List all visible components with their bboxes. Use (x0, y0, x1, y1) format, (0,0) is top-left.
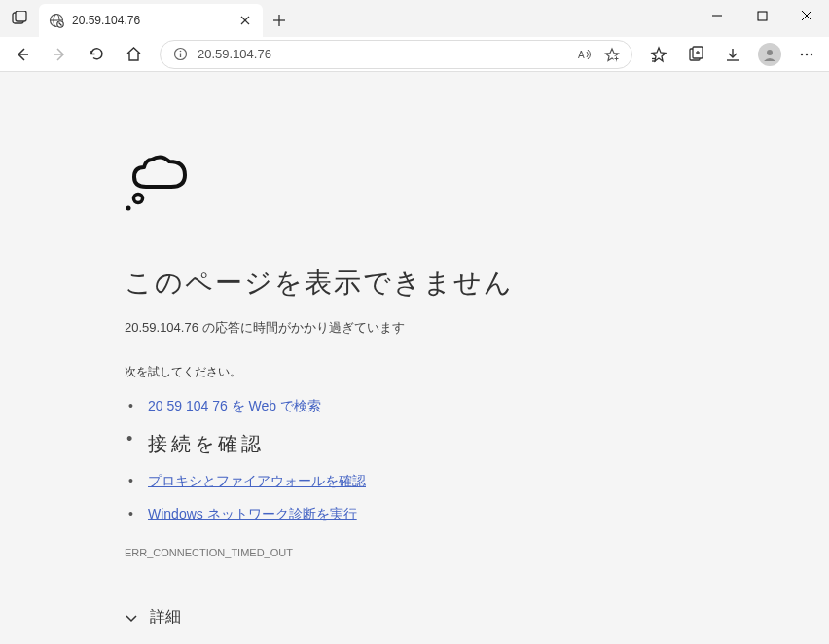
svg-point-38 (126, 206, 131, 211)
error-title: このページを表示できません (125, 265, 829, 302)
read-aloud-icon[interactable]: A (575, 45, 595, 64)
collections-button[interactable] (679, 40, 712, 69)
suggestion-search: 20 59 104 76 を Web で検索 (125, 398, 829, 415)
details-label: 詳細 (150, 607, 181, 627)
site-info-icon[interactable] (170, 45, 190, 64)
search-web-link[interactable]: 20 59 104 76 を Web で検索 (148, 398, 321, 413)
window-controls (695, 0, 829, 31)
thought-bubble-icon (125, 150, 829, 226)
favorites-button[interactable] (642, 40, 675, 69)
svg-point-35 (806, 53, 808, 54)
details-toggle[interactable]: 詳細 (125, 607, 829, 627)
error-subtitle: 20.59.104.76 の応答に時間がかかり過ぎています (125, 319, 829, 337)
forward-button (43, 40, 76, 69)
titlebar: 20.59.104.76 (0, 0, 829, 37)
avatar-icon (758, 43, 781, 66)
new-tab-button[interactable] (263, 4, 296, 37)
check-connection-link[interactable]: 接続を確認 (148, 433, 265, 454)
suggestion-proxy: プロキシとファイアウォールを確認 (125, 473, 829, 490)
suggestion-diag: Windows ネットワーク診断を実行 (125, 506, 829, 523)
svg-point-19 (179, 51, 181, 53)
proxy-firewall-link[interactable]: プロキシとファイアウォールを確認 (148, 473, 366, 488)
svg-text:A: A (578, 50, 585, 60)
error-page: このページを表示できません 20.59.104.76 の応答に時間がかかり過ぎて… (0, 72, 829, 644)
try-label: 次を試してください。 (125, 364, 829, 380)
profile-button[interactable] (753, 40, 786, 69)
tab-close-icon[interactable] (237, 13, 253, 28)
toolbar: 20.59.104.76 A (0, 37, 829, 72)
suggestion-connection: 接続を確認 (125, 431, 829, 457)
suggestion-list: 20 59 104 76 を Web で検索 接続を確認 プロキシとファイアウォ… (125, 398, 829, 523)
svg-point-36 (811, 53, 812, 54)
chevron-down-icon (125, 611, 138, 625)
tab-actions-icon[interactable] (0, 0, 39, 37)
error-code: ERR_CONNECTION_TIMED_OUT (125, 547, 829, 558)
minimize-button[interactable] (695, 0, 739, 31)
home-button[interactable] (117, 40, 150, 69)
svg-point-34 (801, 53, 803, 54)
svg-point-33 (767, 50, 773, 55)
svg-point-37 (134, 195, 143, 203)
maximize-button[interactable] (739, 0, 784, 31)
address-text[interactable]: 20.59.104.76 (198, 47, 567, 61)
back-button[interactable] (6, 40, 39, 69)
refresh-button[interactable] (80, 40, 113, 69)
favorite-icon[interactable] (602, 45, 622, 64)
address-bar[interactable]: 20.59.104.76 A (160, 40, 632, 69)
menu-button[interactable] (790, 40, 823, 69)
network-diagnostics-link[interactable]: Windows ネットワーク診断を実行 (148, 506, 357, 521)
tab-title: 20.59.104.76 (72, 14, 230, 27)
browser-tab[interactable]: 20.59.104.76 (39, 4, 263, 37)
svg-rect-1 (16, 11, 26, 21)
close-button[interactable] (784, 0, 829, 31)
downloads-button[interactable] (716, 40, 749, 69)
tab-favicon-error-icon (49, 13, 64, 28)
svg-rect-13 (758, 12, 767, 20)
